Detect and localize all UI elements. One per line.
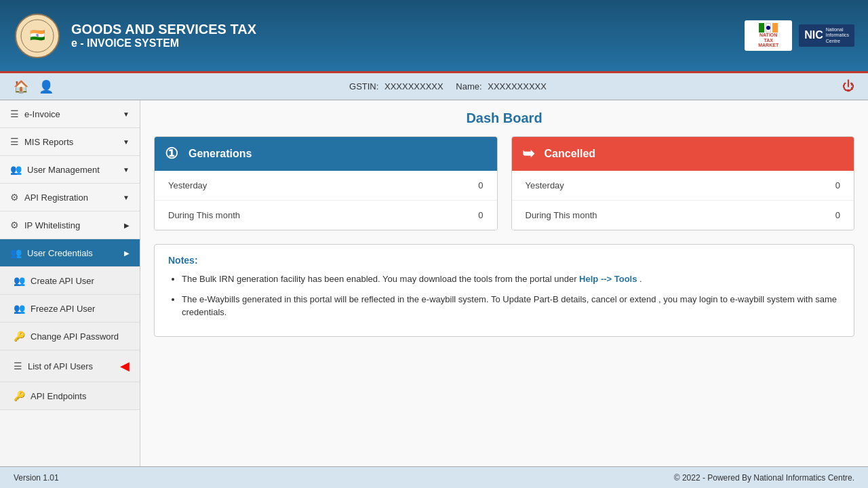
header-left: 🇮🇳 GOODS AND SERVICES TAX e - INVOICE SY… [14,12,256,60]
sidebar-label-api-registration: API Registration [24,192,88,203]
note1-text: The Bulk IRN generation facility has bee… [182,274,576,284]
nic-logo: NIC NationalInformaticsCentre [799,24,854,47]
sidebar-item-ip-whitelisting[interactable]: ⚙ IP Whitelisting ▶ [0,211,140,239]
navbar-left: 🏠 👤 [14,79,54,94]
cancelled-icon: ➥ [522,145,534,163]
version-label: Version 1.01 [14,473,59,483]
navbar: 🏠 👤 GSTIN: XXXXXXXXXX Name: XXXXXXXXXX ⏻ [0,73,868,100]
cards-row: ① Generations Yesterday 0 During This mo… [154,136,854,230]
sidebar-label-api-endpoints: API Endpoints [31,391,86,401]
change-pwd-icon: 🔑 [14,331,25,342]
create-user-icon: 👥 [14,275,25,286]
mis-reports-icon: ☰ [10,136,19,147]
can-yesterday-label: Yesterday [526,180,564,190]
sidebar-label-user-management: User Management [27,165,100,175]
sidebar-label-e-invoice: e-Invoice [24,109,60,119]
note-item-2: The e-Waybills generated in this portal … [182,293,840,319]
notes-list: The Bulk IRN generation facility has bee… [168,272,840,319]
main-layout: ☰ e-Invoice ▼ ☰ MIS Reports ▼ 👥 User Man… [0,100,868,466]
title-line1: GOODS AND SERVICES TAX [71,22,256,37]
sidebar-item-change-api-password[interactable]: 🔑 Change API Password [0,323,140,350]
generations-card-body: Yesterday 0 During This month 0 [155,171,497,230]
power-icon[interactable]: ⏻ [842,79,854,94]
sidebar-label-list-api-users: List of API Users [28,361,93,371]
gstin-value: XXXXXXXXXX [384,81,443,92]
sidebar-label-user-credentials: User Credentials [27,248,93,258]
ip-icon: ⚙ [10,220,19,230]
sidebar-label-mis-reports: MIS Reports [24,137,73,147]
ntm-logo: NATIONTAXMARKET [745,20,792,51]
notes-title: Notes: [168,255,840,266]
sidebar-item-freeze-api-user[interactable]: 👥 Freeze API User [0,295,140,323]
note1-end: . [639,274,642,284]
home-icon[interactable]: 🏠 [14,79,28,94]
cancelled-card: ➥ Cancelled Yesterday 0 During This mont… [511,136,855,230]
chevron-ip-icon: ▶ [124,222,130,229]
dashboard-title: Dash Board [154,110,854,126]
sidebar-item-user-credentials[interactable]: 👥 User Credentials ▶ [0,239,140,267]
e-invoice-icon: ☰ [10,108,19,119]
note2-text: The e-Waybills generated in this portal … [182,294,837,318]
sidebar-item-e-invoice[interactable]: ☰ e-Invoice ▼ [0,100,140,128]
gstin-label: GSTIN: [349,81,378,92]
cancelled-card-body: Yesterday 0 During This month 0 [512,171,854,230]
chevron-um-icon: ▼ [123,166,130,174]
generations-card: ① Generations Yesterday 0 During This mo… [154,136,498,230]
sidebar: ☰ e-Invoice ▼ ☰ MIS Reports ▼ 👥 User Man… [0,100,140,466]
chevron-ar-icon: ▼ [123,194,130,201]
gen-thismonth-row: During This month 0 [155,201,497,230]
copyright-text: © 2022 - Powered By National Informatics… [674,473,854,483]
sidebar-item-user-management[interactable]: 👥 User Management ▼ [0,156,140,184]
generations-card-header: ① Generations [155,137,497,171]
gen-thismonth-value: 0 [478,210,483,220]
notes-box: Notes: The Bulk IRN generation facility … [154,244,854,337]
gen-yesterday-row: Yesterday 0 [155,171,497,201]
sidebar-label-create-api-user: Create API User [31,276,94,286]
gstin-info: GSTIN: XXXXXXXXXX Name: XXXXXXXXXX [64,81,832,92]
cancelled-card-header: ➥ Cancelled [512,137,854,171]
generations-icon: ① [165,145,178,163]
user-icon[interactable]: 👤 [39,79,54,94]
sidebar-item-api-registration[interactable]: ⚙ API Registration ▼ [0,184,140,211]
user-management-icon: 👥 [10,164,22,175]
can-yesterday-value: 0 [835,180,840,190]
api-reg-icon: ⚙ [10,192,19,203]
list-users-icon: ☰ [14,361,22,371]
title-line2: e - INVOICE SYSTEM [71,37,256,49]
sidebar-item-create-api-user[interactable]: 👥 Create API User [0,267,140,295]
help-tools-link[interactable]: Help --> Tools [579,274,637,284]
can-yesterday-row: Yesterday 0 [512,171,854,201]
gen-thismonth-label: During This month [168,210,240,220]
note-item-1: The Bulk IRN generation facility has bee… [182,272,840,286]
emblem-logo: 🇮🇳 [14,12,61,60]
sidebar-item-list-api-users[interactable]: ☰ List of API Users ◀ [0,350,140,382]
footer: Version 1.01 © 2022 - Powered By Nationa… [0,466,868,488]
api-endpoints-icon: 🔑 [14,390,25,401]
gen-yesterday-value: 0 [478,180,483,190]
can-thismonth-row: During This month 0 [512,201,854,230]
name-value: XXXXXXXXXX [488,81,547,92]
can-thismonth-label: During This month [526,210,597,220]
header-title: GOODS AND SERVICES TAX e - INVOICE SYSTE… [71,22,256,49]
header-right: NATIONTAXMARKET NIC NationalInformaticsC… [745,20,854,51]
user-cred-icon: 👥 [10,247,22,258]
chevron-uc-icon: ▶ [124,249,130,257]
sidebar-label-ip-whitelisting: IP Whitelisting [24,220,80,230]
can-thismonth-value: 0 [835,210,840,220]
generations-title: Generations [189,148,252,160]
chevron-mis-icon: ▼ [123,138,130,146]
chevron-right-icon: ▼ [123,110,130,118]
svg-text:🇮🇳: 🇮🇳 [30,28,45,43]
app-header: 🇮🇳 GOODS AND SERVICES TAX e - INVOICE SY… [0,0,868,73]
cancelled-title: Cancelled [545,148,596,160]
red-arrow-indicator: ◀ [120,359,130,373]
sidebar-label-freeze-api-user: Freeze API User [31,304,95,314]
sidebar-item-mis-reports[interactable]: ☰ MIS Reports ▼ [0,128,140,156]
sidebar-item-api-endpoints[interactable]: 🔑 API Endpoints [0,382,140,410]
name-label: Name: [456,81,481,92]
sidebar-label-change-api-password: Change API Password [31,331,119,342]
main-content: Dash Board ① Generations Yesterday 0 Dur… [140,100,868,466]
freeze-user-icon: 👥 [14,303,25,314]
gen-yesterday-label: Yesterday [168,180,207,190]
